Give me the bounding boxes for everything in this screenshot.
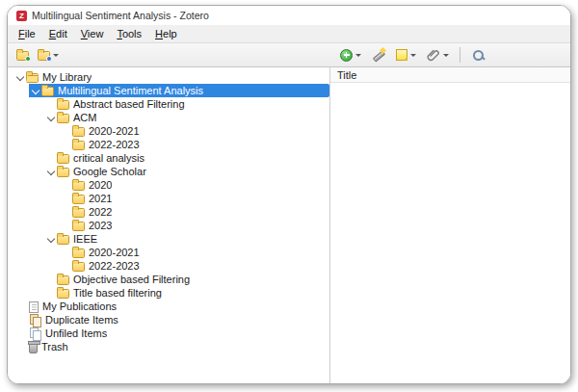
chevron-down-icon[interactable] bbox=[44, 112, 57, 124]
collection-label: Objective based Filtering bbox=[73, 274, 190, 285]
document-icon bbox=[29, 301, 39, 313]
title-bar[interactable]: Z Multilingual Sentiment Analysis - Zote… bbox=[8, 6, 570, 25]
folder-icon bbox=[57, 235, 69, 245]
folder-icon bbox=[41, 87, 54, 96]
chevron-spacer bbox=[44, 98, 57, 111]
new-item-button[interactable] bbox=[337, 47, 364, 64]
collection-label: Duplicate Items bbox=[45, 314, 118, 326]
items-list[interactable] bbox=[330, 83, 570, 383]
tree-row-collection[interactable]: IEEE bbox=[8, 232, 329, 246]
menu-edit[interactable]: Edit bbox=[42, 27, 74, 40]
tree-row-collection[interactable]: Objective based Filtering bbox=[8, 273, 329, 286]
new-item-icon bbox=[340, 49, 353, 62]
folder-icon bbox=[72, 181, 85, 191]
plus-badge-icon bbox=[25, 56, 31, 62]
new-note-button[interactable] bbox=[393, 47, 419, 63]
folder-icon bbox=[72, 222, 85, 231]
tree-row-my-library[interactable]: My Library bbox=[8, 70, 329, 84]
menu-help[interactable]: Help bbox=[148, 27, 184, 40]
collection-label: Abstract based Filtering bbox=[73, 98, 185, 110]
chevron-down-icon[interactable] bbox=[29, 85, 41, 97]
chevron-spacer bbox=[60, 193, 72, 205]
chevron-down-icon[interactable] bbox=[44, 166, 57, 178]
tree-row-collection[interactable]: Google Scholar bbox=[8, 165, 329, 178]
trash-icon bbox=[29, 343, 38, 353]
add-attachment-button[interactable] bbox=[424, 46, 452, 64]
tree-row-collection[interactable]: 2023 bbox=[8, 219, 329, 232]
library-folder-icon bbox=[26, 73, 39, 83]
folder-icon bbox=[57, 154, 69, 164]
tree-row-collection[interactable]: 2020-2021 bbox=[8, 246, 329, 259]
chevron-down-icon[interactable] bbox=[13, 71, 26, 84]
collection-label: My Publications bbox=[42, 301, 117, 312]
folder-icon bbox=[57, 168, 69, 177]
chevron-down-icon[interactable] bbox=[44, 233, 57, 246]
tree-row-duplicate-items[interactable]: Duplicate Items bbox=[8, 313, 329, 327]
add-by-identifier-button[interactable] bbox=[369, 46, 388, 64]
chevron-spacer bbox=[60, 179, 72, 192]
chevron-spacer bbox=[44, 274, 57, 286]
folder-icon bbox=[57, 100, 69, 110]
folder-icon bbox=[72, 195, 85, 204]
collection-label: IEEE bbox=[73, 233, 97, 245]
tree-row-collection[interactable]: 2022-2023 bbox=[8, 259, 329, 273]
tree-row-collection[interactable]: 2022-2023 bbox=[8, 138, 329, 151]
note-icon bbox=[396, 49, 407, 61]
duplicate-items-icon bbox=[29, 314, 41, 327]
paperclip-icon bbox=[427, 48, 440, 62]
tree-row-unfiled-items[interactable]: Unfiled Items bbox=[8, 327, 329, 340]
main-content: My Library Multilingual Sentiment Analys… bbox=[8, 67, 570, 383]
toolbar-separator bbox=[460, 47, 460, 63]
advanced-search-button[interactable] bbox=[468, 46, 487, 64]
collection-label: 2023 bbox=[89, 220, 112, 231]
tree-row-collection[interactable]: critical analysis bbox=[8, 151, 329, 165]
tree-row-collection[interactable]: 2020-2021 bbox=[8, 124, 329, 138]
tree-row-collection[interactable]: 2022 bbox=[8, 205, 329, 219]
chevron-down-icon bbox=[443, 54, 449, 57]
tree-row-collection[interactable]: Abstract based Filtering bbox=[8, 97, 329, 111]
new-collection-button[interactable] bbox=[13, 47, 32, 63]
collection-label: 2021 bbox=[89, 193, 112, 204]
tree-row-collection[interactable]: Multilingual Sentiment Analysis bbox=[8, 84, 329, 97]
chevron-spacer bbox=[44, 152, 57, 165]
chevron-spacer bbox=[60, 220, 72, 232]
folder-icon bbox=[72, 127, 85, 137]
folder-icon bbox=[72, 262, 85, 272]
tree-row-my-publications[interactable]: My Publications bbox=[8, 300, 329, 313]
menu-file[interactable]: File bbox=[12, 27, 42, 40]
tree-row-collection[interactable]: 2020 bbox=[8, 178, 329, 192]
folder-icon bbox=[57, 289, 69, 299]
zotero-icon: Z bbox=[16, 11, 27, 21]
chevron-spacer bbox=[60, 206, 72, 219]
collection-label: 2022 bbox=[89, 206, 112, 218]
tree-row-trash[interactable]: Trash bbox=[8, 340, 329, 353]
items-toolbar bbox=[337, 43, 487, 66]
new-group-icon bbox=[38, 51, 50, 61]
menu-bar: File Edit View Tools Help bbox=[8, 25, 570, 42]
folder-icon bbox=[72, 141, 85, 150]
collection-label: Unfiled Items bbox=[45, 327, 107, 339]
folder-icon bbox=[57, 114, 69, 123]
tree-row-collection[interactable]: 2021 bbox=[8, 192, 329, 205]
items-pane: Title bbox=[330, 67, 570, 383]
chevron-down-icon bbox=[53, 54, 59, 57]
folder-icon bbox=[72, 248, 85, 258]
globe-badge-icon bbox=[46, 56, 52, 62]
collections-pane: My Library Multilingual Sentiment Analys… bbox=[8, 67, 329, 383]
toolbar bbox=[8, 42, 570, 67]
new-group-button[interactable] bbox=[35, 47, 62, 63]
collection-label: Title based filtering bbox=[73, 287, 162, 299]
window-title: Multilingual Sentiment Analysis - Zotero bbox=[32, 10, 209, 21]
menu-tools[interactable]: Tools bbox=[110, 27, 148, 40]
column-header-title[interactable]: Title bbox=[337, 69, 356, 81]
tree-row-collection[interactable]: ACM bbox=[8, 111, 329, 124]
menu-view[interactable]: View bbox=[74, 27, 111, 40]
chevron-spacer bbox=[60, 139, 72, 151]
collection-label: My Library bbox=[42, 71, 92, 83]
chevron-spacer bbox=[60, 247, 72, 259]
items-column-headers: Title bbox=[330, 67, 570, 83]
tree-row-collection[interactable]: Title based filtering bbox=[8, 286, 329, 300]
collection-label: Multilingual Sentiment Analysis bbox=[58, 85, 203, 96]
folder-icon bbox=[57, 275, 69, 285]
zotero-window: Z Multilingual Sentiment Analysis - Zote… bbox=[7, 5, 571, 384]
